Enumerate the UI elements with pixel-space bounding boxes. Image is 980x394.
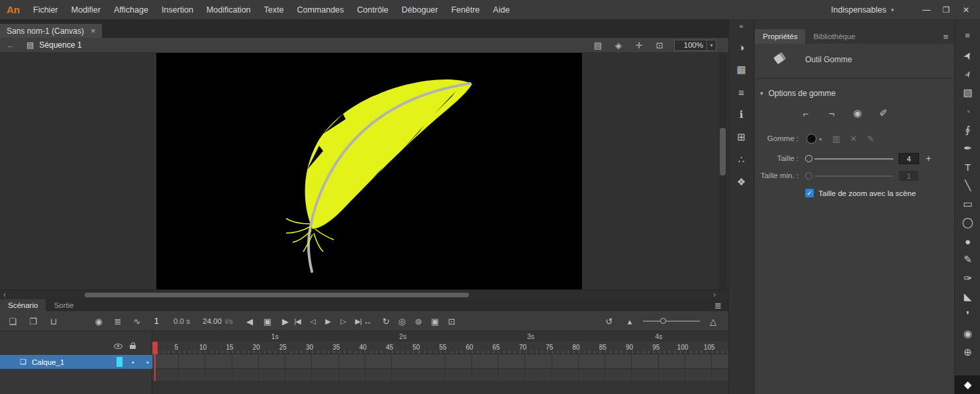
layer-visibility-dot[interactable]: • — [130, 355, 136, 369]
tab-sortie[interactable]: Sortie — [46, 299, 81, 311]
align-panel-icon[interactable]: ≡ — [729, 81, 754, 103]
playhead[interactable] — [152, 342, 158, 354]
erase-fills-icon[interactable]: ¬ — [823, 105, 840, 122]
add-camera-icon[interactable]: ◉ — [91, 315, 106, 328]
menu-commandes[interactable]: Commandes — [290, 0, 350, 20]
close-tab-icon[interactable]: × — [91, 26, 96, 36]
tab-scenario[interactable]: Scénario — [0, 299, 46, 311]
layer-frames-row[interactable] — [152, 354, 728, 369]
transform-panel-icon[interactable]: ⊞ — [729, 126, 754, 148]
menu-texte[interactable]: Texte — [258, 0, 291, 20]
color-panel-icon[interactable]: ◑ — [729, 36, 754, 58]
pencil-tool[interactable]: ✎ — [955, 250, 980, 269]
text-tool[interactable]: T — [955, 158, 980, 176]
canvas-pasteboard[interactable] — [0, 53, 728, 289]
lock-icon[interactable] — [130, 345, 136, 349]
current-frame-icon[interactable]: ▣ — [260, 315, 275, 328]
line-tool[interactable]: ╲ — [955, 176, 980, 195]
history-panel-icon[interactable]: ❖ — [729, 171, 754, 193]
scroll-left-icon[interactable]: ‹ — [0, 290, 9, 299]
eye-icon[interactable] — [114, 344, 122, 349]
menu-insertion[interactable]: Insertion — [155, 0, 200, 20]
tools-menu-icon[interactable]: ≡ — [955, 30, 980, 40]
scroll-right-icon[interactable]: › — [710, 290, 719, 299]
timeline-zoom-slider[interactable] — [643, 320, 700, 322]
eraser-tool[interactable]: ◆ — [955, 375, 980, 394]
new-layer-icon[interactable]: ❏ — [5, 315, 20, 328]
paint-bucket-tool[interactable]: ◣ — [955, 287, 980, 306]
shorten-frames-icon[interactable]: ▴ — [622, 315, 637, 328]
lasso-tool[interactable]: ∮ — [955, 121, 980, 139]
swatches-panel-icon[interactable]: ▦ — [729, 58, 754, 81]
delete-layer-icon[interactable]: ⊔ — [46, 315, 61, 328]
pen-tool[interactable]: ✒ — [955, 139, 980, 158]
panel-menu-icon[interactable]: ≣ — [714, 301, 722, 311]
rectangle-tool[interactable]: ▭ — [955, 195, 980, 213]
center-stage-icon[interactable]: ✛ — [633, 38, 645, 52]
chevron-down-icon[interactable]: ▾ — [707, 40, 716, 50]
zoom-select[interactable]: 100% ▾ — [674, 40, 716, 51]
layer-depth-icon[interactable]: ≣ — [111, 315, 125, 328]
size-slider-track[interactable] — [814, 158, 893, 160]
back-arrow-icon[interactable]: ← — [5, 40, 16, 50]
workspace-switcher[interactable]: Indispensables ▾ — [831, 5, 894, 15]
menu-controle[interactable]: Contrôle — [350, 0, 395, 20]
eraser-options-section[interactable]: ▾ Options de gomme — [760, 89, 836, 98]
empty-frames-row[interactable] — [152, 369, 728, 381]
edit-multiple-frames-icon[interactable]: ▣ — [428, 315, 442, 328]
menu-modification[interactable]: Modification — [200, 0, 258, 20]
zoom-tool[interactable]: ⊕ — [955, 343, 980, 362]
prev-frame-icon[interactable]: ◁ — [305, 315, 320, 328]
chevron-down-icon[interactable]: ▾ — [819, 136, 822, 142]
menu-fenetre[interactable]: Fenêtre — [444, 0, 486, 20]
layer-lock-dot[interactable]: • — [144, 355, 151, 369]
menu-deboguer[interactable]: Déboguer — [395, 0, 445, 20]
min-size-slider-track[interactable] — [814, 175, 893, 177]
ruler-frames[interactable]: 1510152025303540455055606570758085909510… — [152, 342, 728, 354]
eyedropper-tool[interactable]: ❜ — [955, 306, 980, 324]
edit-symbols-icon[interactable]: ◈ — [612, 38, 624, 52]
erase-selected-icon[interactable]: ✐ — [875, 105, 892, 122]
camera-tool[interactable]: ◉ — [955, 324, 980, 343]
frame-rate[interactable]: 24.00 i/s — [203, 317, 232, 325]
delete-brush-icon[interactable]: ✕ — [846, 132, 861, 145]
min-size-value-field[interactable]: 1 — [899, 170, 919, 181]
fit-timeline-icon[interactable]: △ — [706, 315, 720, 328]
document-tab[interactable]: Sans nom-1 (Canvas) × — [0, 24, 102, 38]
edit-brush-icon[interactable]: ✎ — [863, 132, 878, 145]
tab-bibliotheque[interactable]: Bibliothèque — [805, 29, 863, 44]
increase-size-icon[interactable]: + — [926, 153, 931, 164]
clip-content-icon[interactable]: ⊡ — [654, 38, 665, 52]
reset-timeline-zoom-icon[interactable]: ↺ — [602, 315, 616, 328]
oval-tool[interactable]: ◯ — [955, 213, 980, 232]
min-size-slider-knob[interactable] — [805, 172, 812, 179]
info-panel-icon[interactable]: ℹ — [729, 103, 754, 126]
size-value-field[interactable]: 4 — [899, 153, 919, 164]
manage-brush-icon[interactable]: ▥ — [829, 132, 844, 145]
menu-fichier[interactable]: Fichier — [26, 0, 65, 20]
tab-proprietes[interactable]: Propriétés — [755, 29, 805, 44]
gradient-transform-tool[interactable]: ◔ — [955, 102, 980, 121]
fluid-brush-tool[interactable]: ● — [955, 232, 980, 250]
step-back-icon[interactable]: ◀ — [242, 315, 257, 328]
onion-outline-icon[interactable]: ⊚ — [411, 315, 426, 328]
layer-color-swatch[interactable] — [117, 357, 122, 367]
zoom-with-stage-checkbox[interactable]: ✓ — [805, 189, 814, 197]
next-frame-icon[interactable]: ▷ — [336, 315, 350, 328]
onion-skin-icon[interactable]: ◎ — [395, 315, 409, 328]
maximize-button[interactable]: ❐ — [936, 1, 956, 19]
stage[interactable] — [156, 53, 582, 289]
play-icon[interactable]: ▶ — [320, 315, 335, 328]
marker-range-icon[interactable]: ⊡ — [444, 315, 459, 328]
faucet-icon[interactable]: ⌐ — [797, 105, 814, 122]
horizontal-scrollbar[interactable]: ‹ › — [0, 289, 728, 299]
menu-affichage[interactable]: Affichage — [107, 0, 155, 20]
collapse-panels-icon[interactable]: « — [729, 22, 754, 30]
panel-menu-icon[interactable]: ≡ — [943, 32, 948, 42]
horizontal-scrollbar-thumb[interactable] — [85, 293, 469, 297]
classic-brush-tool[interactable]: ✑ — [955, 269, 980, 287]
erase-lines-icon[interactable]: ◉ — [849, 105, 866, 122]
vertical-scrollbar-thumb[interactable] — [720, 128, 726, 175]
loop-icon[interactable]: ↻ — [379, 315, 393, 328]
timeline-zoom-knob[interactable] — [660, 318, 666, 324]
